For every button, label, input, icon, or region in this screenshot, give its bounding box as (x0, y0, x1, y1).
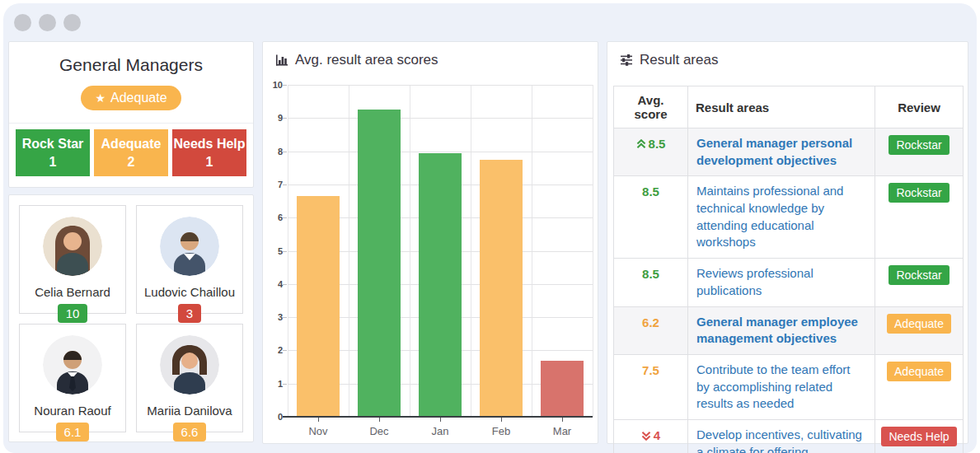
gridline (288, 85, 593, 86)
y-axis-label: 10 (263, 80, 283, 90)
avg-score-value: 4 (654, 428, 660, 442)
y-axis-label: 1 (263, 379, 283, 389)
review-badge: Adequate (887, 362, 951, 381)
avg-score-cell: 8.5 (614, 259, 688, 306)
stat-rock-star[interactable]: Rock Star 1 (16, 129, 90, 176)
members-grid: Celia Bernard 10 Ludovic Chaillou 3 (9, 195, 253, 442)
table-header-row: Avg. score Result areas Review (614, 86, 964, 128)
y-axis-tick (283, 152, 287, 152)
avg-score-value: 8.5 (642, 267, 659, 281)
avatar (160, 335, 219, 395)
y-axis-label: 7 (263, 180, 283, 189)
team-title: General Managers (9, 55, 253, 75)
member-name: Nouran Raouf (20, 404, 125, 418)
result-areas-panel: Result areas Avg. score Result areas Rev… (607, 41, 968, 444)
y-axis-label: 9 (263, 113, 283, 123)
chevron-double-up-icon (636, 139, 646, 149)
table-row[interactable]: 6.2General manager employee management o… (614, 306, 964, 354)
result-area-link[interactable]: General manager employee management obje… (688, 306, 875, 354)
x-axis-line (283, 416, 593, 418)
y-axis-label: 8 (263, 147, 283, 156)
chart-bar (480, 160, 522, 417)
member-card[interactable]: Nouran Raouf 6.1 (19, 324, 126, 432)
star-icon: ★ (95, 91, 106, 105)
review-badge: Needs Help (881, 427, 956, 446)
table-row[interactable]: 8.5Maintains professional and technical … (614, 176, 964, 259)
team-summary-card: General Managers ★Adequate Rock Star 1 A… (8, 41, 254, 188)
overall-rating-badge: ★Adequate (81, 86, 181, 110)
chart-bar (297, 196, 339, 417)
table-row[interactable]: 4Develop incentives, cultivating a clima… (614, 419, 964, 453)
y-axis-label: 0 (263, 412, 283, 422)
result-area-link[interactable]: Contribute to the team effort by accompl… (688, 354, 875, 419)
member-card[interactable]: Celia Bernard 10 (19, 205, 126, 314)
review-badge: Rockstar (889, 183, 949, 203)
window-dot-icon[interactable] (14, 14, 31, 31)
y-axis-label: 6 (263, 212, 283, 222)
chart-title: Avg. result area scores (295, 52, 438, 68)
y-axis-tick (283, 350, 287, 351)
chart-bar (419, 153, 461, 417)
member-score-badge: 10 (58, 304, 88, 323)
result-area-link[interactable]: Reviews professional publications (688, 259, 875, 306)
member-score-badge: 3 (178, 304, 201, 323)
stat-needs-help[interactable]: Needs Help 1 (172, 129, 246, 176)
y-axis-tick (283, 184, 287, 185)
y-axis-tick (283, 118, 287, 119)
stat-count: 1 (206, 153, 213, 171)
review-cell: Needs Help (875, 419, 964, 453)
window-dot-icon[interactable] (39, 14, 56, 31)
avg-score-cell: 7.5 (614, 354, 688, 419)
window-controls (14, 14, 81, 31)
column-header-avg-score: Avg. score (614, 86, 688, 128)
review-badge: Rockstar (889, 265, 949, 285)
stat-adequate[interactable]: Adequate 2 (94, 129, 168, 176)
x-axis-label: Dec (349, 425, 410, 437)
result-area-link[interactable]: Maintains professional and technical kno… (688, 176, 875, 259)
sliders-icon (620, 54, 633, 67)
chevron-double-down-icon (641, 431, 651, 441)
stat-count: 2 (128, 153, 135, 171)
table-row[interactable]: 7.5Contribute to the team effort by acco… (614, 354, 964, 419)
overall-rating-label: Adequate (110, 91, 167, 105)
member-score-badge: 6.1 (56, 423, 90, 441)
result-table-body: 8.5General manager personal development … (614, 128, 964, 453)
avg-score-cell: 4 (614, 419, 688, 453)
chart-bar (358, 110, 400, 417)
table-row[interactable]: 8.5General manager personal development … (614, 128, 964, 176)
stat-label: Adequate (101, 135, 162, 153)
table-row[interactable]: 8.5Reviews professional publicationsRock… (614, 259, 964, 306)
y-axis-label: 2 (263, 345, 283, 355)
review-badge: Rockstar (889, 135, 949, 155)
avatar (43, 217, 102, 276)
member-name: Celia Bernard (20, 285, 125, 299)
avatar (160, 217, 219, 276)
bar-chart-icon (275, 54, 288, 67)
chart-panel-header: Avg. result area scores (263, 42, 598, 68)
stat-label: Rock Star (22, 135, 84, 153)
member-score-badge: 6.6 (173, 423, 207, 441)
column-header-result-areas: Result areas (688, 86, 875, 128)
team-members-card: Celia Bernard 10 Ludovic Chaillou 3 (8, 194, 254, 442)
result-area-link[interactable]: Develop incentives, cultivating a climat… (688, 419, 875, 453)
avg-score-cell: 8.5 (614, 176, 688, 259)
window-dot-icon[interactable] (63, 14, 81, 31)
avg-score-value: 8.5 (649, 137, 666, 151)
member-name: Mariia Danilova (137, 404, 242, 418)
y-axis-tick (283, 85, 287, 86)
review-cell: Adequate (875, 354, 964, 419)
member-card[interactable]: Mariia Danilova 6.6 (136, 324, 243, 432)
result-area-link[interactable]: General manager personal development obj… (688, 128, 875, 176)
result-panel-header: Result areas (607, 42, 968, 68)
y-axis-tick (283, 384, 287, 385)
chart-plot: 012345678910NovDecJanFebMar (288, 85, 593, 417)
review-badge: Adequate (887, 314, 951, 334)
result-areas-table: Avg. score Result areas Review 8.5Genera… (613, 86, 964, 453)
chart-bar (541, 361, 583, 418)
avg-score-value: 7.5 (642, 363, 659, 377)
y-axis-label: 5 (263, 246, 283, 256)
member-card[interactable]: Ludovic Chaillou 3 (136, 205, 243, 314)
column-header-review: Review (875, 86, 964, 128)
gridline (593, 85, 593, 417)
y-axis-tick (283, 317, 287, 318)
